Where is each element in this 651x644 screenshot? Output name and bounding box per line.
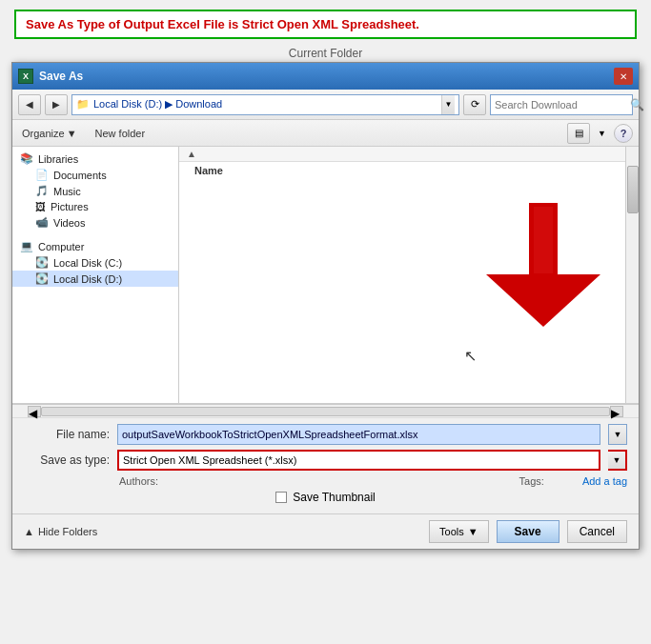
organize-button[interactable]: Organize ▼ xyxy=(18,126,81,141)
filetype-input[interactable] xyxy=(117,450,600,471)
sidebar-item-music[interactable]: 🎵 Music xyxy=(12,183,178,199)
sidebar-item-label: Documents xyxy=(53,170,107,181)
sidebar-item-computer[interactable]: 💻 Computer xyxy=(12,238,178,254)
filename-dropdown[interactable]: ▼ xyxy=(608,424,627,445)
disk-c-icon: 💽 xyxy=(35,256,49,269)
sidebar-item-documents[interactable]: 📄 Documents xyxy=(12,167,178,183)
dialog-title: Save As xyxy=(39,70,83,83)
col-name-label: Name xyxy=(187,163,231,178)
tools-dropdown-icon: ▼ xyxy=(468,526,478,537)
back-button[interactable]: ◀ xyxy=(18,94,41,115)
search-bar[interactable]: 🔍 xyxy=(490,94,633,115)
h-scroll-left[interactable]: ◀ xyxy=(28,406,41,417)
main-content: 📚 Libraries 📄 Documents 🎵 Music 🖼 Pictur… xyxy=(12,147,639,404)
help-button[interactable]: ? xyxy=(614,124,633,143)
computer-section: 💻 Computer 💽 Local Disk (C:) 💽 Local Dis… xyxy=(12,238,178,287)
form-area: File name: ▼ Save as type: ▼ Authors: Ta… xyxy=(12,417,639,513)
hide-folders-label: Hide Folders xyxy=(38,526,97,537)
computer-icon: 💻 xyxy=(20,240,33,252)
thumbnail-row: Save Thumbnail xyxy=(24,491,627,504)
sidebar-item-label: Music xyxy=(53,186,81,197)
view-dropdown-icon[interactable]: ▼ xyxy=(598,129,606,138)
sidebar-item-label: Computer xyxy=(38,241,84,252)
path-bar[interactable]: 📁 Local Disk (D:) ▶ Download ▼ xyxy=(71,94,459,115)
view-button[interactable]: ▤ xyxy=(567,123,590,144)
toolbar-bar: Organize ▼ New folder ▤ ▼ ? xyxy=(12,120,639,147)
column-name-header: Name xyxy=(179,162,639,179)
h-scrollbar-track xyxy=(41,407,610,416)
svg-rect-0 xyxy=(529,203,558,279)
meta-row: Authors: Tags: Add a tag xyxy=(24,475,627,487)
annotation-banner: Save As Type of Output Excel File is Str… xyxy=(14,10,637,39)
thumbnail-checkbox[interactable] xyxy=(275,492,287,503)
title-bar-left: X Save As xyxy=(18,69,83,84)
cancel-button[interactable]: Cancel xyxy=(567,520,627,543)
chevron-up-icon: ▲ xyxy=(24,526,34,537)
title-bar: X Save As ✕ xyxy=(12,63,639,90)
thumbnail-label: Save Thumbnail xyxy=(293,491,376,504)
file-header: ▲ xyxy=(179,147,639,162)
path-dropdown[interactable]: ▼ xyxy=(441,95,455,114)
sidebar-item-local-d[interactable]: 💽 Local Disk (D:) xyxy=(12,271,178,287)
red-arrow-indicator xyxy=(486,203,600,327)
filetype-dropdown[interactable]: ▼ xyxy=(608,450,627,471)
forward-button[interactable]: ▶ xyxy=(45,94,68,115)
organize-chevron-icon: ▼ xyxy=(67,128,77,139)
tags-label: Tags: xyxy=(519,475,544,487)
new-folder-button[interactable]: New folder xyxy=(89,125,153,142)
videos-icon: 📹 xyxy=(35,216,49,229)
tools-label: Tools xyxy=(439,526,464,537)
path-text: Local Disk (D:) ▶ Download xyxy=(93,98,437,111)
sidebar-item-label: Local Disk (D:) xyxy=(53,273,122,285)
footer-bar: ▲ Hide Folders Tools ▼ Save Cancel xyxy=(12,513,639,549)
add-tag-link[interactable]: Add a tag xyxy=(582,475,627,487)
h-scroll-right[interactable]: ▶ xyxy=(610,406,623,417)
sidebar-item-label: Libraries xyxy=(38,153,78,165)
pictures-icon: 🖼 xyxy=(35,201,46,212)
search-icon: 🔍 xyxy=(630,98,644,111)
path-folder-icon: 📁 xyxy=(76,98,90,111)
filename-input[interactable] xyxy=(117,424,600,445)
sidebar-item-videos[interactable]: 📹 Videos xyxy=(12,214,178,231)
close-button[interactable]: ✕ xyxy=(614,68,633,85)
sidebar: 📚 Libraries 📄 Documents 🎵 Music 🖼 Pictur… xyxy=(12,147,179,403)
file-area: ▲ Name ↖ xyxy=(179,147,639,403)
vertical-scrollbar[interactable] xyxy=(625,147,639,403)
nav-bar: ◀ ▶ 📁 Local Disk (D:) ▶ Download ▼ ⟳ 🔍 xyxy=(12,90,639,120)
filetype-row: Save as type: ▼ xyxy=(24,450,627,471)
save-as-dialog: X Save As ✕ ◀ ▶ 📁 Local Disk (D:) ▶ Down… xyxy=(11,62,640,550)
horizontal-scrollbar[interactable]: ◀ ▶ xyxy=(12,404,639,417)
organize-label: Organize xyxy=(22,128,65,139)
disk-d-icon: 💽 xyxy=(35,272,49,285)
svg-marker-1 xyxy=(486,274,600,327)
filename-row: File name: ▼ xyxy=(24,424,627,445)
libraries-icon: 📚 xyxy=(20,152,33,165)
sort-indicator: ▲ xyxy=(187,149,196,159)
tools-button[interactable]: Tools ▼ xyxy=(429,520,489,543)
filename-label: File name: xyxy=(24,428,110,441)
svg-rect-2 xyxy=(534,207,553,273)
hide-folders-button[interactable]: ▲ Hide Folders xyxy=(24,526,97,537)
sidebar-item-label: Videos xyxy=(53,217,85,229)
filetype-label: Save as type: xyxy=(24,453,110,467)
cursor-pointer: ↖ xyxy=(464,347,477,365)
search-input[interactable] xyxy=(495,99,626,111)
sidebar-item-local-c[interactable]: 💽 Local Disk (C:) xyxy=(12,254,178,271)
footer-right: Tools ▼ Save Cancel xyxy=(429,520,627,543)
scrollbar-thumb[interactable] xyxy=(627,166,639,213)
current-folder-label: Current Folder xyxy=(0,47,651,60)
excel-icon: X xyxy=(18,69,33,84)
sidebar-item-label: Local Disk (C:) xyxy=(53,257,122,269)
save-button[interactable]: Save xyxy=(497,520,559,543)
sidebar-item-label: Pictures xyxy=(51,201,89,212)
sidebar-item-libraries[interactable]: 📚 Libraries xyxy=(12,151,178,167)
music-icon: 🎵 xyxy=(35,185,49,197)
refresh-button[interactable]: ⟳ xyxy=(463,94,486,115)
sidebar-item-pictures[interactable]: 🖼 Pictures xyxy=(12,199,178,214)
documents-icon: 📄 xyxy=(35,169,49,181)
title-bar-controls: ✕ xyxy=(614,68,633,85)
authors-label: Authors: xyxy=(119,475,158,487)
